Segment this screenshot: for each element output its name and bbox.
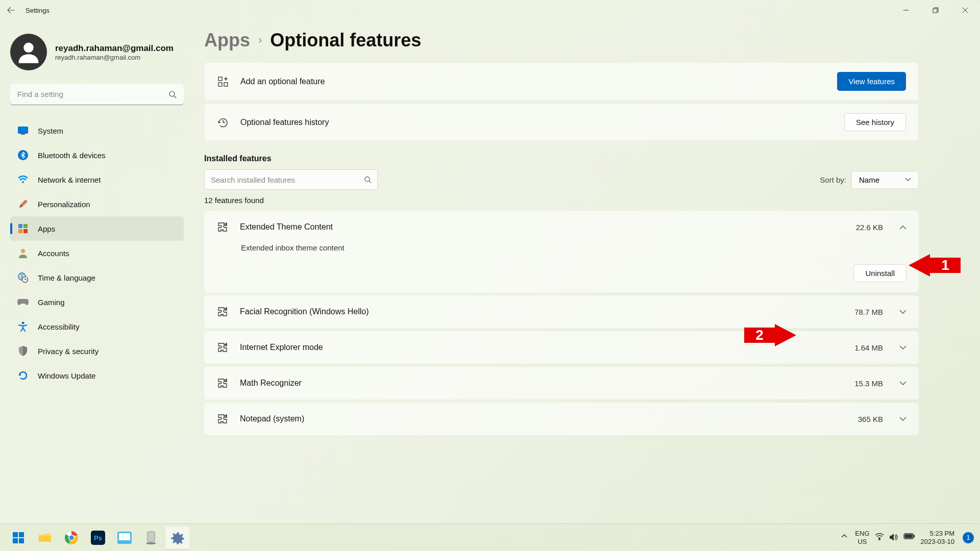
uninstall-button[interactable]: Uninstall xyxy=(853,264,906,282)
start-button[interactable] xyxy=(6,527,31,549)
window-title: Settings xyxy=(26,7,50,14)
feature-size: 365 KB xyxy=(858,415,883,423)
breadcrumb-current: Optional features xyxy=(270,30,421,51)
svg-line-6 xyxy=(174,96,176,98)
view-features-button[interactable]: View features xyxy=(837,72,906,91)
nav-list: System Bluetooth & devices Network & int… xyxy=(10,118,184,388)
svg-point-39 xyxy=(878,538,879,539)
svg-point-38 xyxy=(146,542,156,544)
nav-apps[interactable]: Apps xyxy=(10,216,184,241)
gamepad-icon xyxy=(17,296,29,308)
svg-point-5 xyxy=(169,91,175,96)
explorer-icon[interactable] xyxy=(33,527,57,549)
notification-badge[interactable]: 1 xyxy=(963,532,974,543)
nav-update[interactable]: Windows Update xyxy=(10,363,184,388)
photoshop-icon[interactable]: Ps xyxy=(86,527,110,549)
minimize-button[interactable] xyxy=(891,0,921,20)
nav-system[interactable]: System xyxy=(10,118,184,143)
back-button[interactable] xyxy=(6,5,16,15)
sort-select[interactable]: Name xyxy=(851,171,919,189)
svg-rect-8 xyxy=(21,134,25,135)
svg-rect-11 xyxy=(18,224,22,228)
user-profile[interactable]: reyadh.rahaman@gmail.com reyadh.rahaman@… xyxy=(10,34,184,70)
sidebar: reyadh.rahaman@gmail.com reyadh.rahaman@… xyxy=(0,20,194,523)
chevron-up-icon xyxy=(899,225,906,230)
installed-title: Installed features xyxy=(204,154,919,163)
brush-icon xyxy=(17,198,29,210)
sort-label: Sort by: xyxy=(820,176,846,184)
settings-icon[interactable] xyxy=(165,527,190,549)
nav-bluetooth[interactable]: Bluetooth & devices xyxy=(10,143,184,167)
installed-search-input[interactable] xyxy=(204,169,378,190)
maximize-button[interactable] xyxy=(921,0,950,20)
clock[interactable]: 5:23 PM2023-03-10 xyxy=(921,530,955,545)
feature-size: 1.64 MB xyxy=(854,343,883,352)
puzzle-icon xyxy=(216,306,229,318)
nav-accessibility[interactable]: Accessibility xyxy=(10,314,184,339)
search-icon xyxy=(168,90,177,98)
features-count: 12 features found xyxy=(204,196,919,205)
tray-chevron-icon[interactable] xyxy=(841,533,850,542)
puzzle-icon xyxy=(216,341,229,354)
wifi-tray-icon[interactable] xyxy=(875,533,884,542)
feature-row[interactable]: Notepad (system) 365 KB xyxy=(204,403,919,435)
svg-point-4 xyxy=(23,43,34,53)
svg-rect-27 xyxy=(19,538,24,543)
feature-row[interactable]: Internet Explorer mode 1.64 MB xyxy=(204,331,919,364)
chrome-icon[interactable] xyxy=(59,527,84,549)
battery-tray-icon[interactable] xyxy=(903,533,913,542)
app-icon[interactable] xyxy=(112,527,137,549)
feature-name: Facial Recognition (Windows Hello) xyxy=(240,307,843,316)
chevron-down-icon xyxy=(899,310,906,314)
search-icon xyxy=(364,176,372,184)
feature-row[interactable]: Facial Recognition (Windows Hello) 78.7 … xyxy=(204,295,919,328)
svg-rect-25 xyxy=(19,532,24,537)
svg-rect-1 xyxy=(933,9,937,13)
titlebar: Settings xyxy=(0,0,980,20)
shield-icon xyxy=(17,345,29,357)
close-button[interactable] xyxy=(950,0,980,20)
svg-point-22 xyxy=(365,177,370,181)
svg-text:Ps: Ps xyxy=(94,534,102,542)
feature-description: Extended inbox theme content xyxy=(241,243,906,252)
nav-network[interactable]: Network & internet xyxy=(10,167,184,192)
add-feature-card: Add an optional feature View features xyxy=(204,62,919,101)
taskbar: Ps ENGUS 5:23 PM2023-03-10 1 xyxy=(0,523,980,551)
svg-rect-26 xyxy=(13,538,18,543)
volume-tray-icon[interactable] xyxy=(889,533,898,542)
add-grid-icon xyxy=(217,76,229,88)
breadcrumb-parent[interactable]: Apps xyxy=(204,30,250,51)
feature-item: Internet Explorer mode 1.64 MB xyxy=(204,331,919,364)
svg-rect-28 xyxy=(39,536,51,542)
chevron-down-icon xyxy=(899,381,906,386)
user-name: reyadh.rahaman@gmail.com xyxy=(55,43,174,54)
svg-rect-20 xyxy=(218,83,222,86)
feature-row[interactable]: Extended Theme Content 22.6 KB xyxy=(204,211,919,243)
nav-accounts[interactable]: Accounts xyxy=(10,241,184,265)
svg-rect-19 xyxy=(218,77,222,81)
feature-item: Notepad (system) 365 KB xyxy=(204,403,919,435)
bluetooth-icon xyxy=(17,149,29,161)
chevron-down-icon xyxy=(899,345,906,350)
update-icon xyxy=(17,370,29,381)
settings-search[interactable] xyxy=(10,84,184,105)
puzzle-icon xyxy=(216,221,229,233)
svg-line-23 xyxy=(369,181,371,183)
user-email: reyadh.rahaman@gmail.com xyxy=(55,54,174,61)
feature-name: Extended Theme Content xyxy=(240,222,845,232)
nav-gaming[interactable]: Gaming xyxy=(10,290,184,314)
app-icon[interactable] xyxy=(139,527,163,549)
puzzle-icon xyxy=(216,413,229,425)
svg-rect-12 xyxy=(23,224,28,228)
svg-rect-41 xyxy=(914,535,915,537)
nav-time[interactable]: Time & language xyxy=(10,265,184,290)
feature-size: 15.3 MB xyxy=(854,379,883,388)
search-input[interactable] xyxy=(10,84,184,105)
chevron-right-icon: › xyxy=(258,34,262,47)
installed-search[interactable] xyxy=(204,169,378,190)
language-indicator[interactable]: ENGUS xyxy=(855,530,869,545)
nav-privacy[interactable]: Privacy & security xyxy=(10,339,184,363)
nav-personalization[interactable]: Personalization xyxy=(10,192,184,216)
see-history-button[interactable]: See history xyxy=(844,113,906,131)
feature-row[interactable]: Math Recognizer 15.3 MB xyxy=(204,367,919,399)
